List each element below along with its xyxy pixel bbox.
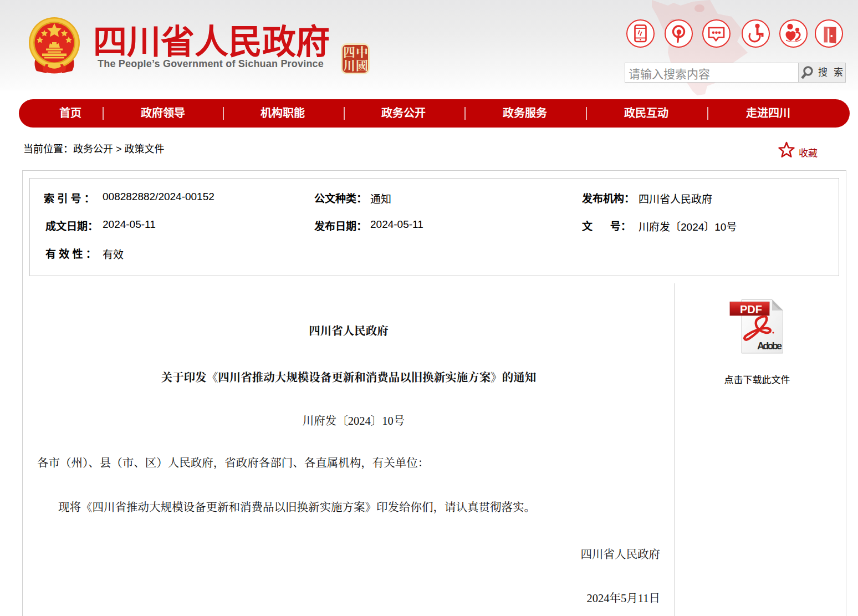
svg-text:川: 川 [343,59,355,73]
svg-text:國: 國 [356,59,368,73]
svg-text:PDF: PDF [740,303,762,315]
svg-text:中: 中 [356,45,368,59]
svg-text:四: 四 [343,45,355,59]
svg-text:Adobe: Adobe [757,340,782,352]
